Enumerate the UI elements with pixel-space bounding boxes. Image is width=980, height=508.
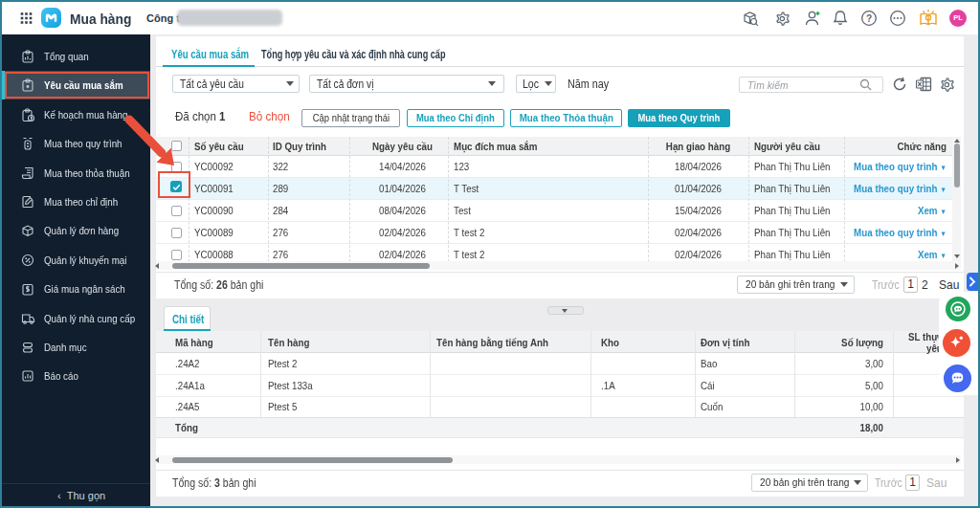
svg-text:?: ? bbox=[866, 13, 872, 24]
